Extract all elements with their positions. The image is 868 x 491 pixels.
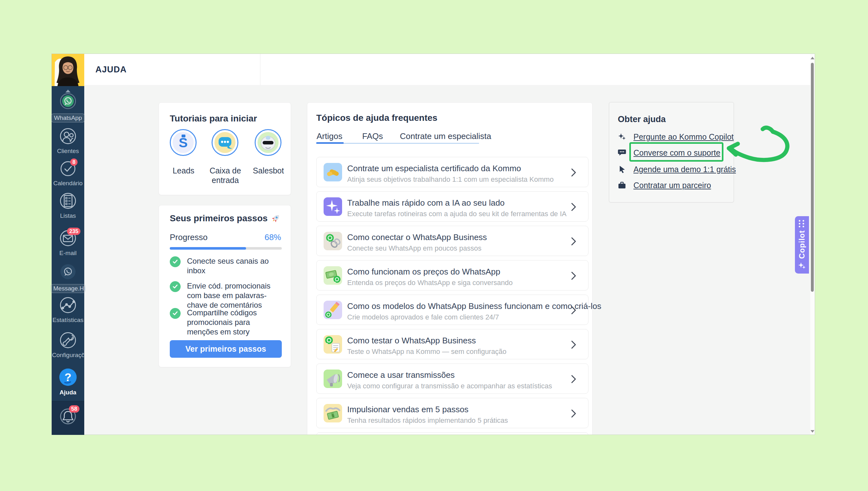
topic-subtitle: Conecte seu WhatsApp em poucos passos: [347, 244, 482, 253]
topic-item[interactable]: Comece a usar transmissões Veja como con…: [316, 364, 589, 394]
scrollbar-thumb[interactable]: [811, 63, 814, 292]
topic-title: Trabalhe mais rápido com a IA ao seu lad…: [347, 198, 505, 208]
chevron-right-icon: [570, 340, 577, 349]
chevron-right-icon: [570, 306, 577, 315]
sidebar-item-label: Estatísticas: [52, 317, 83, 324]
copilot-tab[interactable]: Copilot: [795, 216, 809, 273]
sidebar-item-clientes[interactable]: Clientes: [52, 127, 84, 155]
leads-icon: S: [173, 132, 194, 153]
sidebar-item-label: Calendário: [53, 180, 83, 187]
check-icon: [170, 256, 181, 267]
topic-item[interactable]: Trabalhe mais rápido com a IA ao seu lad…: [316, 191, 589, 222]
topic-item[interactable]: Contrate um especialista certificado da …: [316, 157, 589, 187]
highlight-box: [629, 142, 724, 162]
topic-item[interactable]: Como funcionam os preços do WhatsApp Ent…: [316, 260, 589, 290]
sidebar-item-whatsapp[interactable]: WhatsApp: [52, 92, 84, 122]
chevron-right-icon: [570, 202, 577, 211]
progress-label: Progresso: [170, 232, 208, 242]
salesbot-icon: [257, 132, 278, 153]
topic-item[interactable]: Como os modelos do WhatsApp Business fun…: [316, 295, 589, 325]
broadcasts-icon: [324, 370, 342, 388]
whatsapp-templates-icon: [324, 301, 342, 319]
chevron-right-icon: [570, 237, 577, 246]
link-ask-copilot[interactable]: Pergunte ao Kommo Copilot: [618, 131, 734, 143]
chat-bubble-icon: [618, 149, 626, 157]
chevron-right-icon: [570, 409, 577, 418]
first-steps-title-row: Seus primeiros passos: [170, 213, 280, 224]
sidebar-item-configuracao[interactable]: Configurações: [52, 331, 84, 359]
topic-title: Contrate um especialista certificado da …: [347, 164, 521, 173]
handshake-icon: [324, 163, 342, 181]
sidebar-item-estatisticas[interactable]: Estatísticas: [52, 296, 84, 324]
svg-text:?: ?: [64, 371, 72, 383]
sidebar-item-label: Configurações: [52, 352, 84, 359]
sidebar-item-ajuda[interactable]: ? Ajuda: [52, 368, 84, 396]
topic-title: Como conectar o WhatsApp Business: [347, 232, 487, 242]
topic-item[interactable]: Como testar o WhatsApp Business Teste o …: [316, 329, 589, 359]
step-label: Conecte seus canais ao inbox: [187, 256, 283, 276]
sidebar-item-message-helper[interactable]: Message.He: [52, 263, 84, 293]
inbox-icon: [214, 132, 236, 153]
first-steps-item: Compartilhe códigos promocionais para me…: [170, 308, 283, 337]
check-icon: [170, 281, 181, 292]
scrollbar-up-icon[interactable]: [811, 57, 814, 59]
clients-icon: [59, 127, 77, 145]
link-hire-partner[interactable]: Contratar um parceiro: [618, 179, 711, 191]
sidebar-item-label: Ajuda: [60, 389, 77, 396]
sidebar-item-listas[interactable]: Listas: [52, 192, 84, 219]
scrollbar[interactable]: [810, 54, 815, 435]
view-first-steps-button[interactable]: Ver primeiros passos: [170, 340, 282, 358]
help-icon: ?: [58, 368, 78, 387]
svg-text:S: S: [179, 135, 188, 150]
tutorial-inbox[interactable]: [212, 129, 238, 156]
tutorial-label-leads: Leads: [163, 166, 204, 175]
annotation-arrow: [718, 124, 798, 167]
topic-title: Como testar o WhatsApp Business: [347, 336, 476, 346]
topic-item[interactable]: $ Impulsionar vendas em 5 passos Tenha r…: [316, 398, 589, 428]
sidebar-item-label: Message.He: [50, 284, 85, 293]
topic-item-partial[interactable]: [316, 432, 589, 435]
scrollbar-down-icon[interactable]: [811, 430, 814, 433]
topic-subtitle: Crie modelos aprovados e fale com client…: [347, 313, 499, 321]
header-divider: [260, 54, 261, 85]
sidebar-item-label: Listas: [60, 212, 76, 219]
tab-artigos[interactable]: Artigos: [317, 132, 343, 141]
header: AJUDA: [84, 54, 815, 85]
topic-subtitle: Atinja seus objetivos trabalhando 1:1 co…: [347, 175, 554, 184]
tutorial-salesbot[interactable]: [255, 129, 281, 156]
first-steps-item: Envie cód. promocionais com base em pala…: [170, 281, 283, 310]
email-badge: 235: [67, 228, 80, 235]
cursor-icon: [618, 165, 626, 173]
topic-subtitle: Tenha resultados rápidos implementando 5…: [347, 416, 508, 425]
tab-faqs[interactable]: FAQs: [362, 132, 383, 141]
topic-title: Como funcionam os preços do WhatsApp: [347, 267, 500, 277]
tab-active-underline: [316, 142, 344, 144]
topic-title: Comece a usar transmissões: [347, 370, 455, 380]
statistics-icon: [59, 296, 77, 314]
first-steps-card: Seus primeiros passos Progresso 68%: [159, 205, 291, 367]
link-schedule-demo[interactable]: Agende uma demo 1:1 grátis: [618, 164, 736, 175]
progress-value: 68%: [265, 232, 281, 242]
avatar[interactable]: [52, 54, 84, 86]
tutorials-title: Tutoriais para iniciar: [170, 114, 257, 124]
check-icon: [170, 308, 181, 319]
chevron-right-icon: [570, 375, 577, 383]
page-title: AJUDA: [96, 65, 127, 75]
whatsapp-link-icon: [324, 232, 342, 250]
scroll-up-icon[interactable]: [65, 90, 71, 92]
sidebar: WhatsApp Clientes Calendário 8: [52, 54, 84, 435]
app-window: AJUDA Tutoriais para iniciar S: [52, 54, 815, 435]
tutorial-leads[interactable]: S: [170, 129, 196, 156]
topic-subtitle: Teste o WhatsApp na Kommo — sem configur…: [347, 348, 507, 356]
progress-fill: [170, 247, 246, 250]
tab-contrate-especialista[interactable]: Contrate um especialista: [400, 132, 491, 141]
topic-item[interactable]: Como conectar o WhatsApp Business Conect…: [316, 226, 589, 256]
first-steps-item: Conecte seus canais ao inbox: [170, 256, 283, 276]
chevron-right-icon: [570, 271, 577, 280]
sidebar-item-label: Clientes: [57, 148, 79, 155]
whatsapp-test-icon: [324, 335, 342, 354]
sidebar-item-calendario[interactable]: Calendário: [52, 160, 84, 187]
step-label: Envie cód. promocionais com base em pala…: [187, 281, 283, 310]
topic-subtitle: Veja como configurar a transmissão e aco…: [347, 382, 552, 390]
ai-sparkles-icon: [324, 197, 342, 216]
